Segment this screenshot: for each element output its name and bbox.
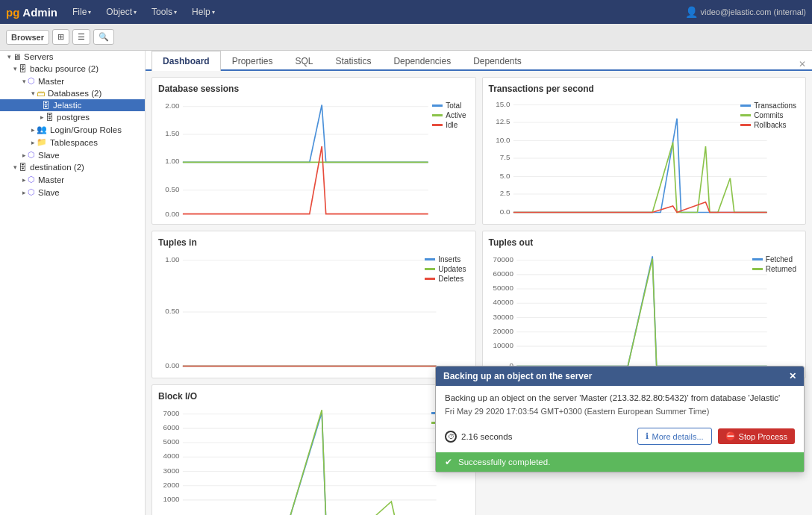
sidebar-label-master1: Master [38,77,64,86]
sidebar-label-jelastic: Jelastic [53,101,81,110]
expand-icon: ▸ [22,152,26,159]
dest-icon: 🗄 [19,163,27,172]
success-message: Successfully completed. [458,458,550,466]
sidebar-item-dest-master[interactable]: ▸ ⬡ Master [0,173,145,186]
legend-color-commits [740,114,751,116]
legend-color-deletes [425,278,435,280]
legend-color-returned [752,268,763,270]
svg-text:0.0: 0.0 [499,207,510,216]
svg-text:1.50: 1.50 [165,129,180,137]
legend-active: Active [432,111,466,119]
legend-color-transactions [740,104,751,107]
tab-dashboard[interactable]: Dashboard [152,51,221,71]
block-io-area: 7000 6000 5000 4000 3000 2000 1000 0 [158,406,469,515]
legend-label-inserts: Inserts [438,255,460,263]
notification-body: Backing up an object on the server 'Mast… [436,386,804,423]
sidebar-item-dest-slave[interactable]: ▸ ⬡ Slave [0,186,145,199]
table-icon-button[interactable]: ⊞ [52,29,69,45]
tab-close-button[interactable]: ✕ [799,59,806,69]
svg-text:40000: 40000 [493,299,513,307]
sidebar-item-slave1[interactable]: ▸ ⬡ Slave [0,149,145,161]
notification-message: Backing up an object on the server 'Mast… [445,393,795,402]
menu-tools[interactable]: Tools ▾ [146,4,183,20]
sidebar-label-postgres: postgres [57,113,90,122]
sidebar-item-login-roles[interactable]: ▸ 👥 Login/Group Roles [0,123,145,136]
sidebar-label-servers: Servers [24,52,54,61]
svg-text:5.0: 5.0 [499,172,510,180]
transactions-chart: Transactions per second 15.0 12.5 10.0 7… [482,77,807,225]
sidebar-item-servers[interactable]: ▾ 🖥 Servers [0,51,145,63]
svg-text:7000: 7000 [163,409,181,417]
notification-close-icon[interactable]: ✕ [789,371,796,381]
svg-text:0.00: 0.00 [165,361,180,369]
server-icon: 🖥 [13,52,21,61]
db-sessions-legend: Total Active Idle [432,102,466,129]
schema-icon: ⬡ [28,76,35,86]
sidebar-item-postgres[interactable]: ▸ 🗄 postgres [0,111,145,123]
user-label: video@jelastic.com (internal) [701,7,806,16]
notification-timer: ⏱ 2.16 seconds [445,431,512,443]
tab-sql[interactable]: SQL [284,51,324,71]
browser-button[interactable]: Browser [6,30,49,45]
sidebar-item-tablespaces[interactable]: ▸ 📁 Tablespaces [0,136,145,149]
sidebar-item-master1[interactable]: ▾ ⬡ Master [0,75,145,87]
tab-properties[interactable]: Properties [221,51,284,71]
user-info: 👤 video@jelastic.com (internal) [685,6,806,18]
columns-icon-button[interactable]: ☰ [72,29,90,45]
legend-label-commits: Commits [754,111,783,119]
more-details-label: More details... [652,432,703,441]
legend-fetched: Fetched [752,255,796,263]
db-sessions-title: Database sessions [158,84,469,94]
expand-icon: ▸ [31,139,35,146]
tablespaces-icon: 📁 [37,137,47,147]
notification-title: Backing up an object on the server [443,371,592,381]
notification-timestamp-text: Fri May 29 2020 17:03:54 GMT+0300 (Easte… [445,407,709,416]
svg-text:0.50: 0.50 [165,307,180,315]
tab-dependencies[interactable]: Dependencies [382,51,462,71]
legend-rollbacks: Rollbacks [740,121,796,129]
svg-text:1.00: 1.00 [165,157,180,166]
stop-process-button[interactable]: ⛔ Stop Process [718,428,795,444]
svg-text:7.5: 7.5 [499,153,510,161]
logo-pg: pg [6,6,19,19]
sidebar-item-jelastic[interactable]: 🗄 Jelastic [0,99,145,111]
legend-label-transactions: Transactions [754,102,796,110]
sidebar-label-slave1: Slave [38,151,60,160]
transactions-area: 15.0 12.5 10.0 7.5 5.0 2.5 0.0 [489,99,800,218]
tuples-out-title: Tuples out [489,237,800,248]
svg-text:12.5: 12.5 [496,117,510,125]
sidebar-item-databases[interactable]: ▾ 🗃 Databases (2) [0,87,145,99]
legend-idle: Idle [432,121,466,129]
menu-help[interactable]: Help ▾ [186,4,221,20]
db-icon2: 🗄 [46,113,54,122]
db-sessions-area: 2.00 1.50 1.00 0.50 0.00 [158,99,469,218]
svg-text:2.5: 2.5 [499,189,510,197]
legend-label-idle: Idle [446,121,457,129]
db-icon: 🗄 [42,101,50,110]
secondary-toolbar: Browser ⊞ ☰ 🔍 [0,24,812,51]
expand-icon: ▾ [13,163,17,171]
notification-header: Backing up an object on the server ✕ [436,366,804,386]
tuples-out-chart: Tuples out 70000 60000 50000 40000 30000… [482,231,807,378]
svg-text:5000: 5000 [163,437,181,446]
block-io-chart: Block I/O 7000 6000 5000 4000 3000 2000 … [152,384,476,515]
transactions-title: Transactions per second [489,84,800,94]
legend-commits: Commits [740,111,796,119]
menu-file[interactable]: File ▾ [66,4,97,20]
tab-dependents[interactable]: Dependents [462,51,533,71]
sidebar-item-backupsource[interactable]: ▾ 🗄 backu psource (2) [0,63,145,75]
sidebar-label-dest-slave: Slave [38,188,60,197]
menu-object[interactable]: Object ▾ [100,4,143,20]
search-icon-button[interactable]: 🔍 [93,29,114,45]
legend-color-updates [425,268,435,270]
tab-statistics[interactable]: Statistics [324,51,382,71]
more-details-button[interactable]: ℹ More details... [637,428,711,445]
sidebar-item-destination[interactable]: ▾ 🗄 destination (2) [0,161,145,173]
notification-actions: ⏱ 2.16 seconds ℹ More details... ⛔ Stop … [436,423,804,452]
svg-text:2000: 2000 [163,481,181,489]
svg-text:10.0: 10.0 [496,136,510,144]
svg-text:10000: 10000 [493,341,513,349]
legend-label-updates: Updates [438,265,466,273]
db-sessions-svg: 2.00 1.50 1.00 0.50 0.00 [158,99,469,218]
transactions-legend: Transactions Commits Rollbacks [740,102,796,129]
